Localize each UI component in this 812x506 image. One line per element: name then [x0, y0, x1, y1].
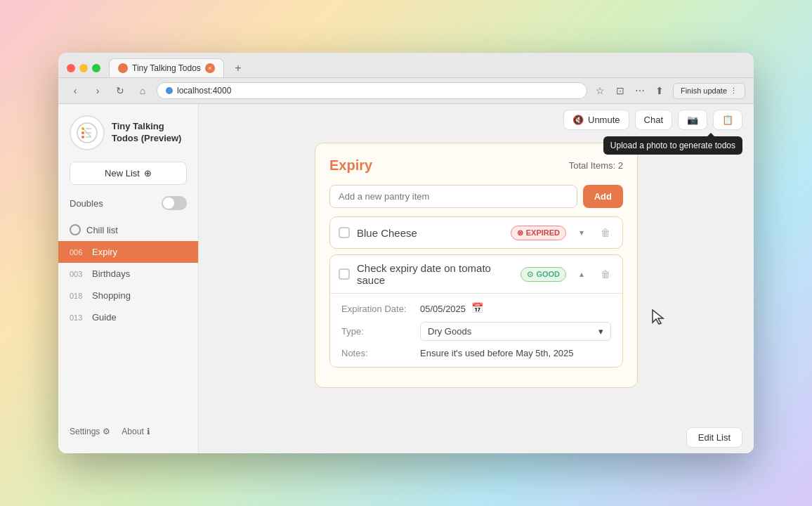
sidebar-footer: Settings ⚙ About ℹ	[58, 421, 198, 442]
calendar-icon[interactable]: 📅	[471, 302, 484, 315]
type-chevron: ▾	[598, 326, 603, 337]
address-input[interactable]: localhost:4000	[157, 82, 587, 99]
main-panel: Expiry Total Items: 2 Add Blue Cheese	[199, 136, 754, 422]
fullscreen-traffic-light[interactable]	[92, 64, 100, 72]
title-bar: Tiny Talking Todos × +	[58, 53, 754, 78]
tomato-sauce-delete[interactable]: 🗑	[597, 266, 614, 283]
sidebar-item-shopping[interactable]: 018 Shopping	[58, 285, 198, 306]
edit-list-button[interactable]: Edit List	[686, 427, 742, 448]
circle-icon	[70, 224, 81, 235]
finish-update-button[interactable]: Finish update ⋮	[673, 83, 745, 99]
expired-label: EXPIRED	[526, 228, 560, 237]
tomato-sauce-collapse[interactable]: ▴	[573, 266, 590, 283]
blue-cheese-name: Blue Cheese	[357, 227, 504, 239]
doubles-row: Doubles	[58, 193, 198, 219]
profile-icon[interactable]: ⋯	[632, 83, 648, 98]
add-item-button[interactable]: Add	[583, 185, 623, 208]
sidebar-chill-list-label: Chill list	[86, 225, 118, 235]
settings-link[interactable]: Settings ⚙	[70, 427, 110, 436]
good-badge: ⊙ GOOD	[520, 267, 566, 282]
about-icon: ℹ	[147, 427, 150, 436]
tomato-sauce-name: Check expiry date on tomato sauce	[357, 262, 513, 286]
right-content: 🔇 Unmute Chat 📷 📋 Upload a photo to gene…	[199, 104, 754, 453]
minimize-traffic-light[interactable]	[79, 64, 88, 72]
good-circle: ⊙	[527, 270, 533, 279]
sidebar: Tiny Talking Todos (Preview) New List ⊕ …	[58, 104, 199, 453]
expiration-label: Expiration Date:	[341, 304, 412, 314]
blue-cheese-expand[interactable]: ▾	[573, 224, 590, 241]
expiration-row: Expiration Date: 05/05/2025 📅	[341, 302, 611, 315]
unmute-icon: 🔇	[572, 115, 584, 125]
svg-point-4	[81, 136, 84, 138]
blue-cheese-checkbox[interactable]	[339, 227, 350, 238]
about-link[interactable]: About ℹ	[122, 427, 150, 436]
finish-update-chevron: ⋮	[730, 86, 738, 96]
tomato-sauce-header: Check expiry date on tomato sauce ⊙ GOOD…	[330, 255, 622, 293]
tab-close-button[interactable]: ×	[205, 63, 215, 73]
main-content: Tiny Talking Todos (Preview) New List ⊕ …	[58, 104, 754, 453]
blue-cheese-delete[interactable]: 🗑	[597, 224, 614, 241]
traffic-lights	[67, 64, 100, 72]
unmute-button[interactable]: 🔇 Unmute	[563, 110, 629, 130]
tab-favicon	[118, 63, 128, 73]
top-toolbar: 🔇 Unmute Chat 📷 📋	[199, 104, 754, 136]
camera-icon: 📷	[687, 115, 698, 125]
type-select[interactable]: Dry Goods ▾	[420, 322, 611, 341]
chat-label: Chat	[644, 115, 663, 125]
unmute-label: Unmute	[588, 115, 620, 125]
sidebar-item-expiry[interactable]: 006 Expiry	[58, 241, 198, 263]
add-item-row: Add	[329, 185, 623, 208]
doubles-toggle[interactable]	[162, 196, 187, 210]
tomato-sauce-details: Expiration Date: 05/05/2025 📅 Type: Dry …	[330, 293, 622, 367]
list-item-tomato-sauce: Check expiry date on tomato sauce ⊙ GOOD…	[329, 254, 623, 368]
secure-icon	[166, 87, 173, 94]
notes-label: Notes:	[341, 348, 412, 358]
back-button[interactable]: ‹	[67, 82, 84, 99]
share-icon[interactable]: ⬆	[652, 83, 667, 98]
shopping-num: 018	[70, 292, 86, 300]
sidebar-item-chill-list[interactable]: Chill list	[58, 219, 198, 241]
expired-badge: ⊗ EXPIRED	[511, 226, 566, 240]
add-pantry-input[interactable]	[329, 185, 577, 208]
bookmark-icon[interactable]: ☆	[593, 83, 608, 98]
notes-button[interactable]: 📋	[713, 110, 742, 130]
home-button[interactable]: ⌂	[134, 82, 151, 99]
tab-title: Tiny Talking Todos	[132, 63, 201, 73]
reload-button[interactable]: ↻	[112, 82, 129, 99]
photo-button[interactable]: 📷	[678, 110, 707, 130]
chat-button[interactable]: Chat	[635, 110, 672, 130]
new-list-icon: ⊕	[144, 168, 152, 179]
photo-tooltip: Upload a photo to generate todos	[603, 136, 742, 155]
card-header: Expiry Total Items: 2	[329, 157, 623, 174]
sidebar-birthdays-label: Birthdays	[92, 268, 130, 279]
expiry-num: 006	[70, 248, 86, 257]
card-total: Total Items: 2	[569, 160, 623, 171]
sidebar-expiry-label: Expiry	[92, 247, 117, 257]
new-tab-button[interactable]: +	[230, 60, 247, 77]
app-name: Tiny Talking Todos (Preview)	[112, 121, 187, 145]
sidebar-item-guide[interactable]: 013 Guide	[58, 306, 198, 328]
birthdays-num: 003	[70, 270, 86, 278]
bottom-bar: Edit List	[199, 422, 754, 453]
app-logo: Tiny Talking Todos (Preview)	[58, 115, 198, 162]
sidebar-item-birthdays[interactable]: 003 Birthdays	[58, 263, 198, 285]
list-item-blue-cheese: Blue Cheese ⊗ EXPIRED ▾ 🗑	[329, 216, 623, 249]
notes-row: Notes: Ensure it's used before May 5th, …	[341, 348, 611, 358]
type-value: Dry Goods	[428, 326, 471, 337]
sidebar-shopping-label: Shopping	[92, 290, 131, 301]
finish-update-label: Finish update	[681, 86, 727, 95]
date-wrapper: 05/05/2025 📅	[420, 302, 611, 315]
svg-point-2	[81, 127, 84, 130]
forward-button[interactable]: ›	[89, 82, 106, 99]
expired-circle: ⊗	[517, 228, 523, 238]
new-list-button[interactable]: New List ⊕	[70, 162, 187, 185]
about-label: About	[122, 427, 143, 436]
type-row: Type: Dry Goods ▾	[341, 322, 611, 341]
expiry-card: Expiry Total Items: 2 Add Blue Cheese	[315, 143, 638, 388]
close-traffic-light[interactable]	[67, 64, 75, 72]
good-label: GOOD	[536, 270, 560, 278]
toggle-knob	[163, 197, 174, 209]
browser-tab[interactable]: Tiny Talking Todos ×	[109, 58, 224, 77]
tomato-sauce-checkbox[interactable]	[339, 268, 350, 280]
extension-icon[interactable]: ⊡	[613, 83, 628, 98]
